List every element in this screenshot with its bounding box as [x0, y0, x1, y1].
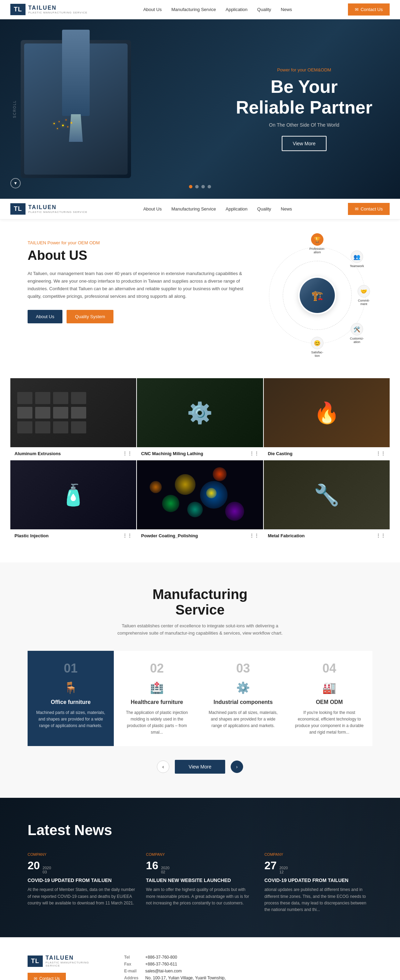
mfg-card-cnc[interactable]: ⚙️ CNC Machinig Miling Lathing ⋮⋮	[137, 378, 263, 460]
powder-label: Powder Coating_Polishing ⋮⋮	[137, 529, 263, 542]
footer-contact-button[interactable]: ✉ Contact Us	[28, 973, 66, 980]
news-title-3: COVID-19 UPDATED FROM TAILUEN	[265, 878, 372, 883]
nav-links: About Us Manufacturing Service Applicati…	[143, 7, 292, 12]
manufacturing-service-section: Manufacturing Service Tailuen establishe…	[0, 562, 400, 798]
mfg-card-powder[interactable]: Powder Coating_Polishing ⋮⋮	[137, 460, 263, 542]
about-text: At Tailuen, our management team has over…	[28, 270, 248, 300]
service-num-3: 03	[208, 661, 278, 676]
mfg-card-plastic[interactable]: 🧴 Plastic Injection ⋮⋮	[10, 460, 136, 542]
news-title-1: COVID-19 UPDATED FROM TAILUEN	[28, 878, 135, 883]
satisfaction-label: Satisfac-tion	[311, 351, 323, 358]
news-tag-3: company	[265, 852, 372, 856]
healthcare-icon: 🏥	[122, 681, 192, 694]
chevron-down-icon: ▼	[13, 181, 17, 186]
logo-tagline: PLASTIC MANUFACTURING SERVICE	[28, 11, 87, 14]
nav-manufacturing[interactable]: Manufacturing Service	[171, 7, 216, 12]
cnc-body	[21, 40, 131, 178]
professionalism-icon: 🏆	[311, 233, 324, 246]
hero-dot-1[interactable]	[189, 185, 192, 188]
hero-section: SCROLL Power for your OEM&ODM Be Your Re…	[0, 19, 400, 199]
nav-about[interactable]: About Us	[143, 7, 161, 12]
next-button[interactable]: ›	[231, 760, 243, 773]
nav-news[interactable]: News	[281, 7, 292, 12]
commitment-label: Commit-ment	[358, 299, 370, 306]
news-text-1: At the request of Member States, data on…	[28, 886, 135, 907]
oemodm-icon: 🏭	[294, 681, 364, 694]
main-navbar: TL TAILUEN PLASTIC MANUFACTURING SERVICE…	[0, 0, 400, 19]
cnc-machine-visual	[0, 19, 232, 199]
footer-logo[interactable]: TL TAILUEN PLASTIC MANUFACTURING SERVICE	[28, 955, 103, 967]
service-num-2: 02	[122, 661, 192, 676]
hero-subtitle: On The Other Side Of The World	[236, 122, 372, 127]
hero-dots	[189, 185, 211, 188]
service-card-2[interactable]: 02 🏥 Healthcare furniture The applicatio…	[114, 651, 200, 746]
cnc-image: ⚙️	[137, 378, 263, 447]
service-navigation: ‹ View More ›	[28, 760, 372, 774]
news-day-2: 16	[146, 860, 158, 871]
news-card-1[interactable]: company 20 2020 03 COVID-19 UPDATED FROM…	[28, 852, 135, 913]
hero-dot-3[interactable]	[202, 185, 205, 188]
mfg-card-die[interactable]: 🔥 Die Casting ⋮⋮	[264, 378, 390, 460]
grid-icon-6: ⋮⋮	[376, 533, 386, 538]
nav2-news[interactable]: News	[281, 206, 292, 212]
radial-item-satisfaction: 😊 Satisfac-tion	[305, 337, 329, 358]
news-year-month-1: 2020 03	[43, 866, 51, 874]
news-year-month-3: 2020 12	[279, 866, 287, 874]
logo[interactable]: TL TAILUEN PLASTIC MANUFACTURING SERVICE	[10, 4, 87, 15]
hero-tagline: Power for your OEM&ODM	[236, 67, 372, 72]
hero-dot-2[interactable]	[195, 185, 198, 188]
contact-button[interactable]: ✉ Contact Us	[348, 3, 390, 16]
footer-logo-area: TL TAILUEN PLASTIC MANUFACTURING SERVICE…	[28, 955, 103, 980]
service-card-4[interactable]: 04 🏭 OEM ODM If you're looking for the m…	[286, 651, 372, 746]
radial-item-customization: 🛠️ Customiz-ation	[345, 323, 369, 344]
service-cards-container: 01 🪑 Office furniture Machined parts of …	[28, 651, 372, 746]
contact-button-2[interactable]: ✉ Contact Us	[348, 203, 390, 215]
news-card-3[interactable]: company 27 2020 12 COVID-19 UPDATED FROM…	[265, 852, 372, 913]
nav2-quality[interactable]: Quality	[257, 206, 271, 212]
hero-dot-4[interactable]	[208, 185, 211, 188]
service-card-1[interactable]: 01 🪑 Office furniture Machined parts of …	[28, 651, 114, 746]
logo-name: TAILUEN	[28, 5, 87, 11]
mfg-card-metal[interactable]: 🔧 Metal Fabrication ⋮⋮	[264, 460, 390, 542]
nav2-application[interactable]: Application	[225, 206, 248, 212]
envelope-icon: ✉	[355, 7, 359, 12]
about-us-button[interactable]: About Us	[28, 310, 62, 323]
radial-item-professionalism: 🏆 Profession-alism	[305, 233, 329, 254]
grid-icon-4: ⋮⋮	[122, 533, 132, 538]
metal-label: Metal Fabrication ⋮⋮	[264, 529, 390, 542]
teamwork-label: Teamwork	[350, 264, 364, 268]
die-label: Die Casting ⋮⋮	[264, 447, 390, 460]
nav2-manufacturing[interactable]: Manufacturing Service	[171, 206, 216, 212]
aluminum-label: Aluminum Extrusions ⋮⋮	[10, 447, 136, 460]
footer: TL TAILUEN PLASTIC MANUFACTURING SERVICE…	[0, 937, 400, 980]
hero-side-text: SCROLL	[13, 100, 17, 118]
prev-button[interactable]: ‹	[157, 760, 169, 773]
nav2-about[interactable]: About Us	[143, 206, 161, 212]
service-card-3[interactable]: 03 ⚙️ Industrial components Machined par…	[200, 651, 286, 746]
email-label: E-mail	[124, 969, 138, 974]
mfg-card-aluminum[interactable]: Aluminum Extrusions ⋮⋮	[10, 378, 136, 460]
news-date-2: 16 2020 02	[146, 860, 254, 874]
logo-abbr: TL	[10, 4, 25, 15]
manufacturing-grid: Aluminum Extrusions ⋮⋮ ⚙️ CNC Machinig M…	[10, 378, 390, 542]
nav-application[interactable]: Application	[225, 7, 248, 12]
die-image: 🔥	[264, 378, 390, 447]
grid-icon-3: ⋮⋮	[376, 451, 386, 456]
customization-icon: 🛠️	[351, 323, 363, 336]
nav-quality[interactable]: Quality	[257, 7, 271, 12]
professionalism-label: Profession-alism	[309, 247, 325, 254]
about-section: TAILUEN Power for your OEM ODM About US …	[0, 220, 400, 371]
quality-system-button[interactable]: Quality System	[67, 310, 113, 323]
logo-2[interactable]: TL TAILUEN PLASTIC MANUFACTURING SERVICE	[10, 203, 87, 215]
nav-links-2: About Us Manufacturing Service Applicati…	[143, 206, 292, 212]
news-title-2: TAILUEN NEW WEBSITE LAUNCHED	[146, 878, 254, 883]
hero-title: Be Your Reliable Partner	[236, 76, 372, 118]
metal-image: 🔧	[264, 460, 390, 529]
view-more-button[interactable]: View More	[175, 760, 225, 774]
scroll-button[interactable]: ▼	[10, 178, 21, 188]
news-card-2[interactable]: company 16 2020 02 TAILUEN NEW WEBSITE L…	[146, 852, 254, 913]
hero-cta-button[interactable]: View More	[282, 135, 327, 151]
plastic-label: Plastic Injection ⋮⋮	[10, 529, 136, 542]
manufacturing-grid-section: Aluminum Extrusions ⋮⋮ ⚙️ CNC Machinig M…	[0, 371, 400, 562]
footer-top: TL TAILUEN PLASTIC MANUFACTURING SERVICE…	[28, 955, 372, 980]
